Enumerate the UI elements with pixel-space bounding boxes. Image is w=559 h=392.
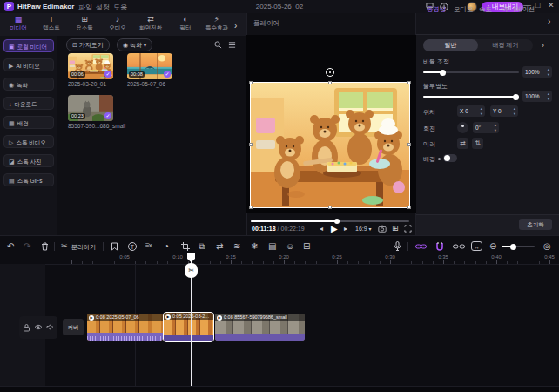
playhead-scissors-icon[interactable]: ✂ xyxy=(185,263,198,278)
delete-subtitle-icon[interactable]: ≡x xyxy=(145,241,152,249)
tab-transition[interactable]: ⇄화면전환 xyxy=(136,15,165,32)
timeline-clip-selected[interactable]: ▶0:05 2025-03-2... xyxy=(164,313,213,341)
scale-value[interactable]: 100%▴▾ xyxy=(522,66,552,78)
mic-icon[interactable] xyxy=(394,241,401,251)
timeline-clip[interactable]: ▶0:08 85567-590799686_small xyxy=(215,314,305,341)
speed-icon[interactable]: ◔ xyxy=(164,241,169,251)
magnet-icon[interactable] xyxy=(435,242,444,251)
subtab-remove-bg[interactable]: 배경 제거 xyxy=(478,39,533,51)
transform-handle[interactable] xyxy=(249,81,253,84)
tab-elements[interactable]: ⊞요소들 xyxy=(70,15,99,32)
add-text-icon[interactable]: T xyxy=(128,242,137,251)
marker-icon[interactable] xyxy=(111,242,118,251)
reset-button[interactable]: 초기화 xyxy=(519,219,552,230)
close-button[interactable]: ✕ xyxy=(548,1,555,10)
snapshot-icon[interactable] xyxy=(378,225,387,233)
player-progress-bar[interactable] xyxy=(251,220,409,222)
maximize-button[interactable]: □ xyxy=(535,1,540,10)
sidebar-item-record[interactable]: ◉녹화 xyxy=(3,78,54,91)
timeline-zoom-slider[interactable] xyxy=(502,246,535,247)
sidebar-item-download[interactable]: ↓다운로드 xyxy=(3,97,54,110)
media-item-thumbnail[interactable]: 00:23 ✓ xyxy=(68,95,113,121)
zoom-fit-icon[interactable]: ◎ xyxy=(543,241,551,251)
aspect-ratio-select[interactable]: 16:9 ▾ xyxy=(355,226,372,232)
timeline-clip[interactable]: ▶0:08 2025-05-07_06 xyxy=(87,314,163,341)
opacity-slider-knob[interactable] xyxy=(513,94,519,100)
sidebar-item-stock-gifs[interactable]: ▤스톡 GIFs xyxy=(3,173,54,186)
sticker-icon[interactable]: ☺ xyxy=(286,241,294,251)
split-scissors-icon[interactable]: ✂ xyxy=(61,241,68,250)
stepper-icon[interactable]: ▴▾ xyxy=(548,91,549,102)
motion-blur-icon[interactable]: ≋ xyxy=(233,241,240,251)
stepper-icon[interactable]: ▴▾ xyxy=(495,123,496,133)
tab-media[interactable]: ▦미디어 xyxy=(3,15,33,32)
freeze-frame-icon[interactable]: ❄ xyxy=(251,241,258,251)
zoom-slider-knob[interactable] xyxy=(510,244,516,250)
film-icon[interactable]: ▤ xyxy=(268,241,276,251)
next-frame-icon[interactable]: ▸ xyxy=(344,225,347,233)
stepper-icon[interactable]: ▴▾ xyxy=(514,106,515,117)
eye-icon[interactable] xyxy=(34,324,43,330)
play-icon[interactable]: ▶ xyxy=(331,224,338,233)
subtab-general[interactable]: 일반 xyxy=(423,39,478,51)
media-item-thumbnail[interactable]: 00:06 ✓ xyxy=(68,53,113,79)
link-icon[interactable] xyxy=(415,243,427,250)
cover-button[interactable]: 커버 xyxy=(63,319,84,335)
rotation-value[interactable]: 0°▴▾ xyxy=(473,122,499,133)
crop-icon[interactable] xyxy=(181,242,190,251)
sidebar-item-stock-video[interactable]: ▷스톡 비디오 xyxy=(3,135,54,148)
transform-handle[interactable] xyxy=(328,206,332,209)
scale-slider[interactable] xyxy=(423,71,519,73)
rotate-handle-icon[interactable] xyxy=(326,68,334,77)
prev-frame-icon[interactable]: ◂ xyxy=(320,225,323,233)
import-button[interactable]: ⊡ 가져오기 xyxy=(66,38,110,51)
opacity-slider[interactable] xyxy=(423,96,519,98)
grid-icon[interactable]: ⊞ xyxy=(392,224,399,233)
record-button[interactable]: ◉ 녹화 ▾ xyxy=(117,38,152,51)
flip-horizontal-icon[interactable]: ⇄ xyxy=(457,138,468,149)
stepper-icon[interactable]: ▴▾ xyxy=(481,106,482,117)
pip-icon[interactable]: ⧉ xyxy=(199,241,205,252)
scale-slider-knob[interactable] xyxy=(440,70,446,76)
flip-vertical-icon[interactable]: ⇅ xyxy=(472,138,483,149)
transform-handle[interactable] xyxy=(407,143,411,146)
tab-speed-props[interactable]: 속도 xyxy=(479,5,492,14)
preview-video[interactable] xyxy=(251,83,409,207)
split-label[interactable]: 분리하기 xyxy=(71,243,96,252)
sidebar-item-background[interactable]: ▦배경 xyxy=(3,116,54,129)
stepper-icon[interactable]: ▴▾ xyxy=(548,67,549,78)
sidebar-item-local-media[interactable]: ▣로컬 미디어 xyxy=(3,39,54,52)
fit-timeline-icon[interactable]: ↔ xyxy=(471,241,482,251)
tab-audio[interactable]: ♪오디오 xyxy=(103,15,132,32)
tab-animation-props[interactable]: 애니메이션 xyxy=(502,5,535,14)
tab-text[interactable]: T텍스트 xyxy=(37,15,66,32)
sidebar-item-ai-video[interactable]: ▶AI 비디오 xyxy=(3,58,54,71)
transform-handle[interactable] xyxy=(249,206,253,209)
transform-handle[interactable] xyxy=(407,81,411,84)
undo-icon[interactable]: ↶ xyxy=(7,241,14,251)
tab-effects[interactable]: ⚡특수효과 xyxy=(202,15,232,32)
transform-handle[interactable] xyxy=(407,206,411,209)
unlink-icon[interactable] xyxy=(453,243,465,250)
mirror-icon[interactable]: ⇄ xyxy=(216,241,223,251)
position-x-field[interactable]: X 0▴▾ xyxy=(457,105,485,117)
rotation-dial[interactable] xyxy=(457,122,468,133)
search-icon[interactable] xyxy=(214,41,222,49)
position-y-field[interactable]: Y 0▴▾ xyxy=(490,105,518,117)
sidebar-item-stock-photo[interactable]: ◪스톡 사진 xyxy=(3,154,54,167)
subtab-more-chevron-icon[interactable]: › xyxy=(542,41,544,50)
opacity-value[interactable]: 100%▴▾ xyxy=(522,91,552,102)
ribbon-more-chevron-icon[interactable]: › xyxy=(234,21,237,30)
fullscreen-icon[interactable] xyxy=(404,225,412,233)
transform-handle[interactable] xyxy=(249,143,253,146)
list-view-icon[interactable] xyxy=(228,41,236,49)
delete-icon[interactable] xyxy=(41,242,49,251)
inspector-more-chevron-icon[interactable]: › xyxy=(548,17,550,26)
tab-audio-props[interactable]: 오디오 xyxy=(454,5,474,14)
background-toggle[interactable] xyxy=(443,154,457,162)
transform-handle[interactable] xyxy=(328,81,332,84)
media-item-thumbnail[interactable]: 00:08 ✓ xyxy=(127,53,172,79)
lock-icon[interactable] xyxy=(23,323,30,332)
frame-export-icon[interactable]: ⊟ xyxy=(303,241,310,251)
mute-icon[interactable] xyxy=(46,323,54,331)
